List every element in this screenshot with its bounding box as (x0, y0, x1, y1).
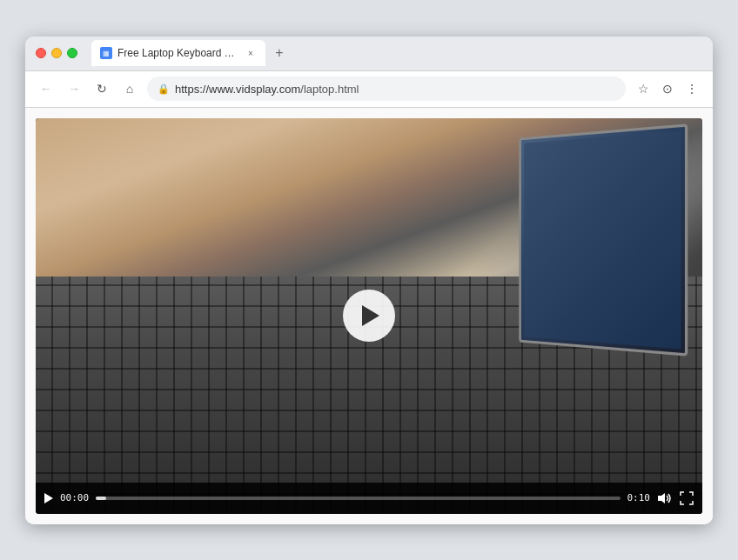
home-button[interactable]: ⌂ (119, 78, 140, 99)
reload-button[interactable]: ↻ (91, 78, 112, 99)
account-button[interactable]: ⊙ (657, 78, 678, 99)
fullscreen-button[interactable] (680, 491, 694, 505)
time-end: 0:10 (627, 492, 651, 503)
tab-strip: ▦ Free Laptop Keyboard Typing S × + (91, 40, 702, 66)
control-play-button[interactable] (44, 493, 53, 503)
time-current: 00:00 (60, 492, 89, 503)
progress-bar[interactable] (96, 497, 620, 500)
volume-icon (657, 492, 673, 504)
forward-button[interactable]: → (64, 78, 84, 99)
url-path: /laptop.html (300, 83, 359, 96)
address-bar: ← → ↻ ⌂ 🔒 https://www.vidsplay.com/lapto… (25, 71, 713, 108)
address-actions: ☆ ⊙ ⋮ (633, 78, 702, 99)
new-tab-button[interactable]: + (269, 43, 290, 63)
fullscreen-icon (680, 491, 694, 505)
minimize-button[interactable] (51, 48, 62, 58)
lock-icon: 🔒 (158, 83, 170, 95)
video-controls: 00:00 0:10 (36, 483, 702, 514)
browser-window: ▦ Free Laptop Keyboard Typing S × + ← → … (25, 37, 713, 524)
tab-favicon: ▦ (100, 47, 112, 59)
back-button[interactable]: ← (36, 78, 57, 99)
url-field[interactable]: 🔒 https://www.vidsplay.com/laptop.html (147, 77, 626, 101)
play-icon (362, 305, 379, 326)
title-bar: ▦ Free Laptop Keyboard Typing S × + (25, 37, 713, 71)
maximize-button[interactable] (67, 48, 77, 58)
laptop-screen (519, 123, 688, 356)
url-protocol: https://www. (175, 83, 236, 96)
progress-fill (96, 497, 106, 500)
traffic-lights (36, 48, 77, 58)
play-button[interactable] (343, 290, 395, 342)
menu-button[interactable]: ⋮ (681, 78, 702, 99)
control-play-icon (44, 493, 53, 503)
content-area: 00:00 0:10 (25, 108, 713, 524)
tab-close-button[interactable]: × (245, 47, 257, 59)
close-button[interactable] (36, 48, 46, 58)
active-tab[interactable]: ▦ Free Laptop Keyboard Typing S × (91, 40, 265, 66)
tab-title: Free Laptop Keyboard Typing S (117, 47, 239, 59)
video-player[interactable]: 00:00 0:10 (36, 118, 702, 514)
bookmark-button[interactable]: ☆ (633, 78, 654, 99)
volume-button[interactable] (657, 492, 673, 504)
svg-marker-0 (658, 493, 665, 503)
url-text: https://www.vidsplay.com/laptop.html (175, 83, 359, 96)
url-domain: vidsplay.com (236, 83, 300, 96)
